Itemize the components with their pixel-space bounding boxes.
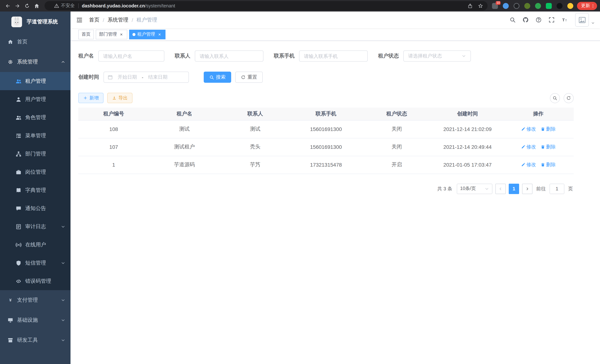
sidebar-item-notice[interactable]: 通知公告 (0, 199, 71, 217)
column-header: 租户名 (149, 108, 220, 120)
search-form-row-1: 租户名联系人联系手机租户状态请选择租户状态 (78, 50, 574, 62)
extension-icon[interactable] (557, 3, 562, 9)
help-icon[interactable] (535, 17, 542, 23)
sidebar-item-role-management[interactable]: 角色管理 (0, 108, 71, 127)
browser-back-button[interactable] (3, 1, 13, 10)
search-icon (209, 75, 214, 80)
refresh-table-button[interactable] (564, 93, 574, 103)
online-icon (16, 242, 21, 248)
prev-page-button[interactable] (495, 184, 506, 194)
sidebar-item-menu-management[interactable]: 菜单管理 (0, 127, 71, 145)
column-header: 租户状态 (361, 108, 432, 120)
sidebar-item-error-code-management[interactable]: 错误码管理 (0, 272, 71, 290)
breadcrumb-system: 系统管理 (108, 17, 128, 23)
sidebar-item-dev-tools[interactable]: 研发工具 (0, 330, 71, 350)
tenant-status-select[interactable]: 请选择租户状态 (403, 50, 471, 62)
url-path: /system/tenant (145, 3, 175, 8)
del-button[interactable]: 删除 (540, 144, 556, 150)
avatar (575, 13, 589, 27)
sidebar-item-label: 用户管理 (25, 96, 46, 103)
next-page-button[interactable] (522, 184, 533, 194)
tab-dept-management[interactable]: 部门管理× (96, 29, 127, 39)
extension-icon[interactable] (546, 3, 552, 9)
extension-icon[interactable]: 10 (492, 3, 498, 9)
page-size-select[interactable]: 10条/页 (457, 184, 492, 194)
edit-button[interactable]: 修改 (521, 161, 536, 168)
extension-icon[interactable] (503, 3, 509, 9)
kebab-menu-icon[interactable] (591, 3, 595, 8)
del-button[interactable]: 删除 (540, 161, 556, 168)
sidebar-item-pay-management[interactable]: ¥支付管理 (0, 290, 71, 310)
header-search-icon[interactable] (509, 17, 516, 23)
close-icon[interactable]: × (119, 32, 124, 37)
browser-reload-button[interactable] (22, 1, 32, 10)
extension-icon[interactable] (514, 3, 519, 9)
page-1-button[interactable]: 1 (509, 184, 519, 194)
share-icon[interactable] (468, 3, 473, 8)
sidebar-item-label: 错误码管理 (25, 278, 51, 284)
tab-home[interactable]: 首页 (78, 29, 94, 39)
user-menu[interactable] (575, 13, 595, 27)
sidebar-item-dict-management[interactable]: 字典管理 (0, 181, 71, 199)
fullscreen-icon[interactable] (548, 17, 555, 23)
browser-update-button[interactable]: 更新 (577, 2, 597, 10)
page-content: 租户名联系人联系手机租户状态请选择租户状态 创建时间 开始日期 - 结束日期 (71, 41, 600, 364)
tenant-name-input[interactable] (98, 50, 164, 62)
cell-contact-phone: 15601691300 (291, 120, 361, 138)
contact-input[interactable] (195, 50, 263, 62)
extension-badge: 10 (496, 1, 501, 5)
reset-button[interactable]: 重置 (235, 72, 263, 83)
search-button[interactable]: 搜索 (204, 72, 231, 83)
extension-icon[interactable] (535, 3, 541, 9)
sidebar-item-infrastructure[interactable]: 基础设施 (0, 310, 71, 330)
breadcrumb-home[interactable]: 首页 (89, 17, 99, 23)
sidebar-item-user-management[interactable]: 用户管理 (0, 90, 71, 108)
breadcrumb-separator: / (132, 17, 133, 23)
column-header: 操作 (503, 108, 574, 120)
screen: 不安全 dashboard.yudao.iocoder.cn /system/t… (0, 0, 600, 364)
add-button[interactable]: 新增 (78, 93, 103, 103)
sidebar-item-audit-log[interactable]: 审计日志 (0, 217, 71, 236)
user-icon (16, 96, 21, 102)
browser-home-button[interactable] (32, 1, 42, 10)
sidebar-toggle-button[interactable] (71, 11, 88, 28)
sidebar-item-label: 首页 (17, 38, 28, 45)
cell-tenant-name: 测试租户 (149, 138, 220, 156)
extension-icon[interactable] (567, 3, 573, 9)
sidebar-item-system-management[interactable]: 系统管理 (0, 52, 71, 72)
close-icon[interactable]: × (157, 32, 162, 37)
extension-icon[interactable] (524, 3, 530, 9)
browser-forward-button[interactable] (13, 1, 22, 10)
goto-page-input[interactable] (550, 184, 564, 194)
sidebar-item-label: 在线用户 (25, 241, 46, 248)
toggle-search-button[interactable] (550, 93, 560, 103)
sidebar-item-post-management[interactable]: 岗位管理 (0, 163, 71, 181)
create-time-range-picker[interactable]: 开始日期 - 结束日期 (103, 72, 189, 83)
chevron-down-icon (591, 21, 595, 25)
edit-button[interactable]: 修改 (521, 126, 536, 132)
contact-phone-input[interactable] (299, 50, 368, 62)
export-button[interactable]: 导出 (107, 93, 132, 103)
browser-address-bar[interactable]: 不安全 dashboard.yudao.iocoder.cn /system/t… (45, 1, 488, 10)
sidebar-item-dept-management[interactable]: 部门管理 (0, 145, 71, 163)
sidebar-item-home[interactable]: 首页 (0, 32, 71, 52)
back-icon (5, 3, 11, 9)
sidebar-item-label: 字典管理 (25, 187, 46, 194)
github-icon[interactable] (523, 17, 529, 23)
app-logo[interactable]: 芋道管理系统 (0, 11, 71, 32)
font-size-icon[interactable]: TT (562, 17, 568, 23)
chevron-down-icon (485, 187, 489, 191)
trash-icon (540, 127, 545, 131)
hamburger-icon (76, 17, 83, 23)
sidebar-item-online-users[interactable]: 在线用户 (0, 236, 71, 254)
del-button[interactable]: 删除 (540, 126, 556, 132)
sidebar-item-label: 研发工具 (17, 337, 38, 344)
security-warning[interactable]: 不安全 (49, 3, 75, 9)
table-row: 1芋道源码芋艿17321315478开启2021-01-05 17:03:47修… (78, 156, 574, 174)
sidebar-item-tenant-management[interactable]: 租户管理 (0, 72, 71, 90)
sidebar-item-sms-management[interactable]: 短信管理 (0, 254, 71, 272)
bookmark-star-icon[interactable] (478, 3, 483, 8)
edit-button[interactable]: 修改 (521, 144, 536, 150)
sidebar-item-label: 部门管理 (25, 150, 46, 157)
tab-tenant-management[interactable]: 租户管理× (129, 29, 166, 39)
